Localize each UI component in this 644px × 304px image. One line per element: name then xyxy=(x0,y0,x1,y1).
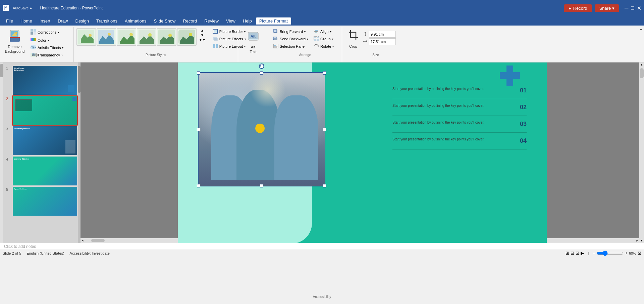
menu-draw[interactable]: Draw xyxy=(54,17,71,25)
slide-item-5[interactable]: 5 Types of Healthcare xyxy=(6,186,78,216)
share-button[interactable]: Share ▾ xyxy=(595,4,619,12)
zoom-in-button[interactable]: + xyxy=(625,251,628,256)
align-button[interactable]: Align ▾ xyxy=(312,28,336,35)
zoom-out-button[interactable]: − xyxy=(593,251,595,256)
style-4[interactable] xyxy=(137,28,156,46)
bring-forward-dropdown[interactable]: ▾ xyxy=(304,30,306,33)
reading-view-button[interactable]: ⊡ xyxy=(576,251,579,256)
maximize-icon[interactable]: □ xyxy=(631,5,634,11)
slide-thumb-5[interactable]: Types of Healthcare xyxy=(12,186,78,216)
gallery-scroll-down[interactable]: ▼ xyxy=(198,33,207,37)
slide-item-4[interactable]: 4 Learning Objective xyxy=(6,156,78,186)
slide-item-2[interactable]: 2 xyxy=(6,95,78,126)
menu-file[interactable]: File xyxy=(3,17,16,25)
menu-home[interactable]: Home xyxy=(17,17,36,25)
handle-top-middle[interactable] xyxy=(260,71,263,75)
slideshow-button[interactable]: ▶ xyxy=(581,251,584,256)
width-input[interactable] xyxy=(369,38,396,45)
menu-review[interactable]: Review xyxy=(201,17,222,25)
crop-button[interactable]: Crop xyxy=(345,28,362,50)
slide-thumb-4[interactable]: Learning Objective xyxy=(12,156,78,186)
rotate-dropdown[interactable]: ▾ xyxy=(332,45,334,48)
menu-animations[interactable]: Animations xyxy=(121,17,150,25)
handle-top-left[interactable] xyxy=(197,71,200,75)
zoom-slider[interactable] xyxy=(597,251,624,256)
picture-effects-dropdown[interactable]: ▾ xyxy=(245,38,246,41)
handle-middle-right[interactable] xyxy=(323,128,326,131)
color-button[interactable]: Color ▾ xyxy=(28,37,65,44)
artistic-effects-dropdown[interactable]: ▾ xyxy=(62,46,63,49)
picture-border-button[interactable]: Picture Border ▾ xyxy=(211,28,248,35)
menu-record[interactable]: Record xyxy=(179,17,200,25)
normal-view-button[interactable]: ⊞ xyxy=(566,251,569,256)
slide-thumb-3[interactable]: About the presenter xyxy=(12,126,78,156)
style-2[interactable] xyxy=(97,28,116,46)
picture-layout-dropdown[interactable]: ▾ xyxy=(244,45,246,48)
gallery-expand[interactable]: ▼▼ xyxy=(198,38,207,42)
svg-point-3 xyxy=(15,32,17,34)
selection-pane-button[interactable]: Selection Pane xyxy=(271,43,310,50)
style-6[interactable] xyxy=(177,28,197,46)
picture-border-dropdown[interactable]: ▾ xyxy=(244,30,246,33)
slide-thumb-2[interactable] xyxy=(12,95,78,126)
group-dropdown[interactable]: ▾ xyxy=(332,38,333,41)
gallery-scroll-up[interactable]: ▲ xyxy=(198,28,207,33)
scroll-down-arrow[interactable]: ▼ xyxy=(640,238,644,243)
slide-item-text-2: Start your presentation by outlining the… xyxy=(392,104,484,107)
gallery-scroll: ▲ ▼ ▼▼ xyxy=(198,28,207,42)
send-backward-dropdown[interactable]: ▾ xyxy=(307,38,308,41)
menu-help[interactable]: Help xyxy=(239,17,255,25)
slide-sorter-button[interactable]: ⊟ xyxy=(571,251,574,256)
menu-slideshow[interactable]: Slide Show xyxy=(150,17,179,25)
ribbon-collapse-button[interactable]: ⌃ xyxy=(639,28,643,33)
panel-scrollbar[interactable] xyxy=(78,62,80,243)
slides-list: 1 HealthcareEducation 2 xyxy=(3,65,78,216)
style-1[interactable] xyxy=(76,28,96,46)
close-icon[interactable]: ✕ xyxy=(637,5,641,11)
group-button[interactable]: Group ▾ xyxy=(312,36,336,42)
picture-effects-button[interactable]: Picture Effects ▾ xyxy=(211,36,248,42)
artistic-effects-button[interactable]: Artistic Effects ▾ xyxy=(28,44,65,51)
style-5[interactable] xyxy=(157,28,176,46)
handle-bottom-right[interactable] xyxy=(323,184,326,187)
align-dropdown[interactable]: ▾ xyxy=(330,30,331,33)
ribbon: Remove Background Corrections ▾ xyxy=(0,26,644,62)
bring-forward-button[interactable]: Bring Forward ▾ xyxy=(271,28,310,35)
panel-scrollbar-thumb xyxy=(78,66,80,93)
handle-middle-left[interactable] xyxy=(197,128,200,131)
color-dropdown[interactable]: ▾ xyxy=(48,39,49,42)
send-backward-button[interactable]: Send Backward ▾ xyxy=(271,36,310,42)
corrections-dropdown[interactable]: ▾ xyxy=(58,31,59,34)
handle-bottom-left[interactable] xyxy=(197,184,200,187)
notes-area[interactable]: Click to add notes xyxy=(0,243,644,250)
handle-bottom-middle[interactable] xyxy=(260,184,263,187)
selected-image[interactable] xyxy=(198,72,325,186)
notes-placeholder[interactable]: Click to add notes xyxy=(4,244,36,249)
rotate-button[interactable]: Rotate ▾ xyxy=(312,43,336,50)
rotation-handle[interactable] xyxy=(259,63,264,69)
fit-slide-button[interactable]: ⊠ xyxy=(638,251,641,256)
record-button[interactable]: ● Record xyxy=(564,4,592,12)
picture-layout-button[interactable]: Picture Layout ▾ xyxy=(211,43,248,50)
remove-background-button[interactable]: Remove Background xyxy=(3,28,27,55)
hscroll-left[interactable]: ◄ xyxy=(80,238,85,243)
slide-item-3[interactable]: 3 About the presenter xyxy=(6,126,78,156)
scroll-up-arrow[interactable]: ▲ xyxy=(640,62,644,67)
menu-view[interactable]: View xyxy=(223,17,239,25)
handle-top-right[interactable] xyxy=(323,71,326,75)
style-3[interactable] xyxy=(117,28,136,46)
slide-thumb-1[interactable]: HealthcareEducation xyxy=(12,65,78,95)
artistic-effects-label: Artistic Effects xyxy=(38,46,61,50)
menu-transitions[interactable]: Transitions xyxy=(93,17,121,25)
minimize-icon[interactable]: ─ xyxy=(625,5,628,11)
menu-design[interactable]: Design xyxy=(72,17,92,25)
height-input[interactable] xyxy=(369,31,396,38)
canvas-vscroll[interactable]: ▲ ▼ xyxy=(639,62,644,243)
menu-insert[interactable]: Insert xyxy=(36,17,54,25)
canvas-area[interactable]: ▲ ▼ ◄ ► Start your presentation by outli… xyxy=(80,62,644,243)
slide-item-1[interactable]: 1 HealthcareEducation xyxy=(6,65,78,95)
menu-pictureformat[interactable]: Picture Format xyxy=(256,17,291,25)
hscroll-right[interactable]: ► xyxy=(635,238,639,243)
panel-left-scroll[interactable] xyxy=(0,62,3,243)
corrections-button[interactable]: Corrections ▾ xyxy=(28,28,65,36)
